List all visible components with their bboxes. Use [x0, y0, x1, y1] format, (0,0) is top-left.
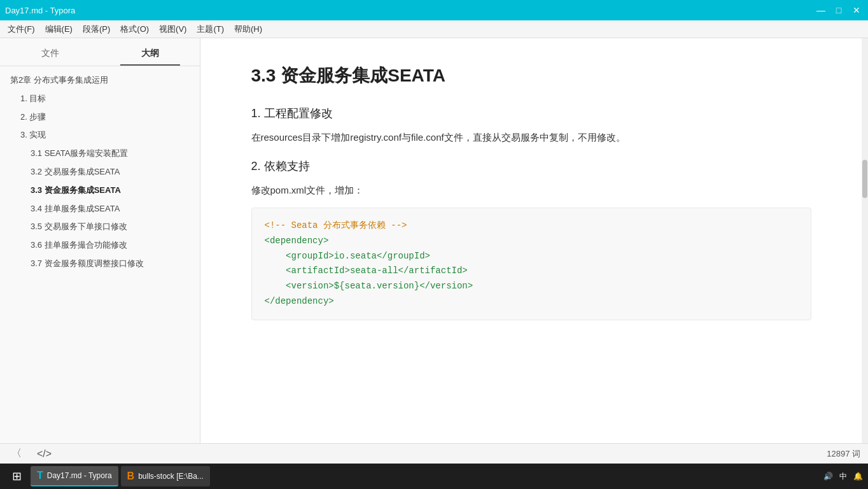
code-view-button[interactable]: </>	[33, 447, 55, 461]
statusbar: 〈 </> 12897 词	[0, 443, 868, 464]
start-button[interactable]: ⊞	[5, 465, 28, 488]
titlebar: Day17.md - Typora — □ ✕	[0, 0, 868, 20]
outline-item-3[interactable]: 3. 实现	[0, 126, 200, 145]
menu-paragraph[interactable]: 段落(P)	[78, 20, 115, 38]
menu-help[interactable]: 帮助(H)	[229, 20, 267, 38]
word-count: 12897 词	[827, 448, 860, 460]
heading-2: 2. 依赖支持	[251, 159, 811, 174]
back-button[interactable]: 〈	[8, 446, 25, 462]
volume-icon[interactable]: 🔊	[823, 472, 833, 481]
titlebar-title: Day17.md - Typora	[5, 6, 75, 15]
section-title: 3.3 资金服务集成SEATA	[251, 64, 811, 88]
number-2: 2.	[251, 160, 261, 173]
taskbar-items: T Day17.md - Typora B bulls-stock [E:\Ba…	[31, 466, 823, 486]
sidebar: 文件 大纲 第2章 分布式事务集成运用 1. 目标 2. 步骤 3. 实现 3.…	[0, 38, 200, 443]
code-line-3: <groupId>io.seata</groupId>	[265, 249, 798, 264]
sidebar-tabs: 文件 大纲	[0, 38, 200, 66]
outline-item-ch2[interactable]: 第2章 分布式事务集成运用	[0, 71, 200, 90]
typora-icon: T	[37, 470, 43, 481]
outline-item-36[interactable]: 3.6 挂单服务撮合功能修改	[0, 236, 200, 255]
paragraph-1: 在resources目录下增加registry.conf与file.conf文件…	[251, 129, 811, 146]
heading-1: 1. 工程配置修改	[251, 106, 811, 121]
code-line-4: <artifactId>seata-all</artifactId>	[265, 264, 798, 279]
outline-item-37[interactable]: 3.7 资金服务额度调整接口修改	[0, 255, 200, 273]
sidebar-outline: 第2章 分布式事务集成运用 1. 目标 2. 步骤 3. 实现 3.1 SEAT…	[0, 66, 200, 443]
menu-edit[interactable]: 编辑(E)	[40, 20, 78, 38]
code-line-5: <version>${seata.version}</version>	[265, 279, 798, 294]
outline-item-32[interactable]: 3.2 交易服务集成SEATA	[0, 163, 200, 181]
close-button[interactable]: ✕	[850, 5, 863, 15]
minimize-button[interactable]: —	[815, 5, 827, 15]
content-scroll-area: 3.3 资金服务集成SEATA 1. 工程配置修改 在resources目录下增…	[213, 38, 850, 443]
code-line-2: <dependency>	[265, 234, 798, 249]
outline-item-1[interactable]: 1. 目标	[0, 90, 200, 108]
outline-item-2[interactable]: 2. 步骤	[0, 108, 200, 127]
statusbar-left: 〈 </>	[8, 446, 55, 462]
code-line-6: </dependency>	[265, 294, 798, 309]
number-1: 1.	[251, 107, 261, 120]
menu-view[interactable]: 视图(V)	[154, 20, 192, 38]
main-container: 文件 大纲 第2章 分布式事务集成运用 1. 目标 2. 步骤 3. 实现 3.…	[0, 38, 868, 443]
taskbar-label-typora: Day17.md - Typora	[47, 471, 112, 480]
titlebar-controls: — □ ✕	[815, 5, 863, 15]
scrollbar-thumb[interactable]	[862, 160, 867, 198]
outline-item-34[interactable]: 3.4 挂单服务集成SEATA	[0, 200, 200, 218]
taskbar-item-typora[interactable]: T Day17.md - Typora	[31, 466, 118, 486]
bulls-icon: B	[127, 471, 135, 482]
taskbar-item-bulls[interactable]: B bulls-stock [E:\Ba...	[121, 466, 210, 486]
menu-format[interactable]: 格式(O)	[115, 20, 154, 38]
tab-file[interactable]: 文件	[0, 43, 100, 66]
main-scrollbar[interactable]	[862, 38, 868, 443]
code-tag-dependency-close: </dependency>	[265, 296, 334, 306]
content-area[interactable]: 3.3 资金服务集成SEATA 1. 工程配置修改 在resources目录下增…	[200, 38, 862, 443]
taskbar-label-bulls: bulls-stock [E:\Ba...	[138, 472, 204, 481]
taskbar-right: 🔊 中 🔔	[823, 471, 863, 482]
outline-item-33[interactable]: 3.3 资金服务集成SEATA	[0, 181, 200, 200]
code-tag-version: <version>${seata.version}</version>	[265, 281, 473, 291]
heading-text-2: 依赖支持	[264, 160, 310, 173]
code-line-1: <!-- Seata 分布式事务依赖 -->	[265, 218, 798, 234]
paragraph-2: 修改pom.xml文件，增加：	[251, 181, 811, 199]
code-tag-artifactid: <artifactId>seata-all</artifactId>	[265, 266, 468, 276]
code-tag-groupid: <groupId>io.seata</groupId>	[265, 251, 430, 261]
code-comment-1: <!-- Seata 分布式事务依赖 -->	[265, 220, 407, 230]
ime-indicator[interactable]: 中	[839, 471, 847, 482]
menu-theme[interactable]: 主题(T)	[192, 20, 229, 38]
heading-text-1: 工程配置修改	[264, 107, 333, 120]
menubar: 文件(F) 编辑(E) 段落(P) 格式(O) 视图(V) 主题(T) 帮助(H…	[0, 20, 868, 38]
tab-outline[interactable]: 大纲	[100, 43, 200, 66]
outline-item-31[interactable]: 3.1 SEATA服务端安装配置	[0, 145, 200, 163]
outline-item-35[interactable]: 3.5 交易服务下单接口修改	[0, 218, 200, 236]
code-tag-dependency-open: <dependency>	[265, 236, 329, 246]
maximize-button[interactable]: □	[832, 5, 845, 15]
taskbar: ⊞ T Day17.md - Typora B bulls-stock [E:\…	[0, 464, 868, 489]
code-block: <!-- Seata 分布式事务依赖 --> <dependency> <gro…	[251, 208, 811, 320]
menu-file[interactable]: 文件(F)	[3, 20, 40, 38]
notification-icon[interactable]: 🔔	[853, 472, 863, 481]
